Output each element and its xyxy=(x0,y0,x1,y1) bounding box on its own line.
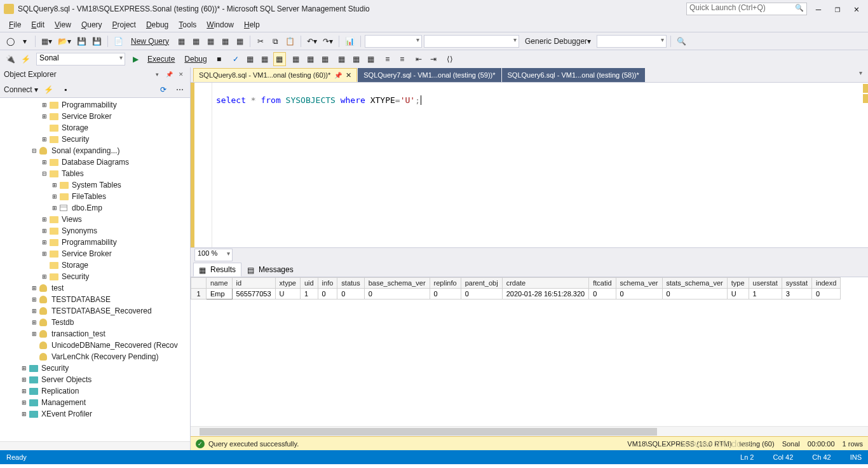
cell[interactable]: 0 xyxy=(589,289,616,299)
tree-node[interactable]: ⊞Security xyxy=(0,362,190,374)
tree-node[interactable]: ⊞TESTDATABASE xyxy=(0,294,190,305)
column-header[interactable]: replinfo xyxy=(430,278,461,289)
expand-icon[interactable]: ⊟ xyxy=(41,170,48,177)
column-header[interactable]: type xyxy=(727,278,749,289)
cell[interactable]: 0 xyxy=(364,289,430,299)
object-explorer-titlebar[interactable]: Object Explorer ▾ 📌 ✕ xyxy=(0,67,190,81)
oe-scrollbar[interactable] xyxy=(0,441,190,450)
filter-button[interactable]: ⋯ xyxy=(173,83,186,97)
execute-button[interactable]: Execute xyxy=(144,52,179,66)
expand-icon[interactable]: ⊟ xyxy=(31,147,38,155)
cell[interactable]: 565577053 xyxy=(232,289,275,299)
redo-button[interactable]: ↷▾ xyxy=(321,34,335,48)
tree-node[interactable]: ⊞Security xyxy=(0,271,190,282)
solution-config-dropdown[interactable] xyxy=(365,35,422,48)
debugger-dropdown[interactable]: Generic Debugger ▾ xyxy=(521,34,595,48)
object-explorer-tree[interactable]: ⊞Programmability⊞Service BrokerStorage⊞S… xyxy=(0,98,190,441)
cell[interactable]: 0 xyxy=(430,289,461,299)
code-text[interactable]: select * from SYSOBJECTS where XTYPE='U'… xyxy=(212,83,868,247)
cell[interactable]: 2020-01-28 16:51:28.320 xyxy=(502,289,589,299)
parse-button[interactable]: ✓ xyxy=(229,52,242,66)
column-header[interactable]: indexd xyxy=(811,278,840,289)
nav-back-button[interactable]: ◯ xyxy=(4,34,17,48)
comment-button[interactable]: ≡ xyxy=(381,52,394,66)
tree-node[interactable]: ⊞transaction_test xyxy=(0,328,190,340)
tree-node[interactable]: ⊞Security xyxy=(0,134,190,145)
tree-node[interactable]: ⊞Views xyxy=(0,214,190,225)
restore-button[interactable]: ❐ xyxy=(830,3,845,15)
close-button[interactable]: ✕ xyxy=(849,3,864,15)
dmx-query-button[interactable]: ▦ xyxy=(219,34,231,48)
close-tab-button[interactable]: ✕ xyxy=(346,71,351,79)
engine-query-button[interactable]: ▦ xyxy=(175,34,187,48)
database-dropdown[interactable]: Sonal xyxy=(36,53,125,65)
tree-node[interactable]: ⊞Service Broker xyxy=(0,248,190,259)
tree-node[interactable]: ⊞Synonyms xyxy=(0,225,190,237)
grid-scrollbar[interactable] xyxy=(191,426,868,436)
debug-button[interactable]: Debug xyxy=(180,52,210,66)
activity-monitor-button[interactable]: 📊 xyxy=(343,34,356,48)
display-plan-button[interactable]: ▦ xyxy=(244,52,257,66)
menu-file[interactable]: File xyxy=(4,19,26,31)
pin-icon[interactable]: 📌 xyxy=(334,72,342,79)
minimize-button[interactable]: — xyxy=(811,3,826,15)
include-stats-button[interactable]: ▦ xyxy=(304,52,317,66)
menu-query[interactable]: Query xyxy=(76,19,107,31)
increase-indent-button[interactable]: ⇥ xyxy=(427,52,440,66)
xmla-query-button[interactable]: ▦ xyxy=(233,34,246,48)
stop-button[interactable]: ▪ xyxy=(59,83,72,97)
save-button[interactable]: 💾 xyxy=(75,34,88,48)
tree-node[interactable]: Storage xyxy=(0,122,190,134)
expand-icon[interactable]: ⊞ xyxy=(41,101,48,109)
cell[interactable]: 1 xyxy=(749,289,782,299)
new-project-button[interactable]: ▦▾ xyxy=(39,34,54,48)
expand-icon[interactable]: ⊞ xyxy=(20,410,28,418)
auto-hide-button[interactable]: 📌 xyxy=(164,69,174,79)
solution-platform-dropdown[interactable] xyxy=(424,35,519,48)
table-row[interactable]: 1Emp565577053U1000002020-01-28 16:51:28.… xyxy=(191,289,841,299)
column-header[interactable]: uid xyxy=(300,278,318,289)
tree-node[interactable]: ⊞TESTDATABASE_Recovered xyxy=(0,305,190,317)
decrease-indent-button[interactable]: ⇤ xyxy=(412,52,425,66)
expand-icon[interactable]: ⊞ xyxy=(41,273,48,280)
cell[interactable]: 1 xyxy=(191,289,207,299)
as-query-button[interactable]: ▦ xyxy=(189,34,202,48)
expand-icon[interactable] xyxy=(41,261,48,269)
change-connection-button[interactable]: 🔌 xyxy=(4,52,17,66)
tree-node[interactable]: ⊞Server Objects xyxy=(0,374,190,385)
window-position-button[interactable]: ▾ xyxy=(152,69,162,79)
specify-values-button[interactable]: ⟨⟩ xyxy=(444,52,456,66)
cell[interactable]: U xyxy=(275,289,300,299)
menu-edit[interactable]: Edit xyxy=(26,19,50,31)
tree-node[interactable]: ⊞Replication xyxy=(0,385,190,397)
menu-window[interactable]: Window xyxy=(201,19,239,31)
debugger-target-dropdown[interactable] xyxy=(597,35,667,48)
nav-fwd-button[interactable]: ▾ xyxy=(18,34,31,48)
include-client-stats-button[interactable]: ▦ xyxy=(319,52,332,66)
cell[interactable]: 0 xyxy=(461,289,502,299)
column-header[interactable]: crdate xyxy=(502,278,589,289)
column-header[interactable]: parent_obj xyxy=(461,278,502,289)
expand-icon[interactable]: ⊞ xyxy=(31,330,38,338)
intellisense-button[interactable]: ▦ xyxy=(273,52,286,66)
expand-icon[interactable]: ⊞ xyxy=(31,319,38,326)
column-header[interactable]: userstat xyxy=(749,278,782,289)
tab-overflow-button[interactable]: ▾ xyxy=(855,69,865,79)
expand-icon[interactable]: ⊞ xyxy=(41,250,48,258)
column-header[interactable]: schema_ver xyxy=(616,278,662,289)
expand-icon[interactable]: ⊞ xyxy=(41,113,48,120)
menu-tools[interactable]: Tools xyxy=(173,19,201,31)
paste-button[interactable]: 📋 xyxy=(283,34,297,48)
cell[interactable]: 3 xyxy=(782,289,811,299)
tab-sqlquery6[interactable]: SQLQuery6.sql - VM1...onal (testing (58)… xyxy=(502,68,645,82)
expand-icon[interactable]: ⊞ xyxy=(41,158,48,166)
find-button[interactable]: 🔍 xyxy=(675,34,688,48)
tree-node[interactable]: ⊞Testdb xyxy=(0,317,190,328)
mdx-query-button[interactable]: ▦ xyxy=(204,34,217,48)
expand-icon[interactable]: ⊞ xyxy=(41,227,48,235)
column-header[interactable]: ftcatid xyxy=(589,278,616,289)
expand-icon[interactable] xyxy=(31,353,38,361)
expand-icon[interactable]: ⊞ xyxy=(31,296,38,303)
cell[interactable]: Emp xyxy=(207,289,233,299)
tree-node[interactable]: ⊞Service Broker xyxy=(0,111,190,122)
